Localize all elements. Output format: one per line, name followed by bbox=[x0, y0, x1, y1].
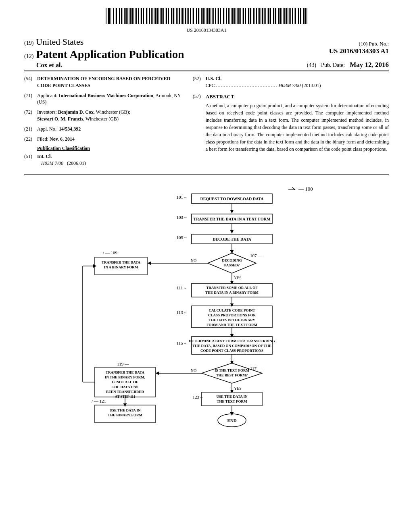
svg-rect-110 bbox=[277, 8, 277, 24]
svg-rect-111 bbox=[278, 8, 279, 24]
s119-num-label: 119 — bbox=[117, 362, 129, 366]
uscl-field: (52) U.S. Cl. CPC ......................… bbox=[193, 75, 389, 89]
country-number: (19) bbox=[24, 40, 33, 46]
svg-rect-79 bbox=[228, 8, 229, 24]
pub-class-label: Publication Classification bbox=[37, 145, 185, 152]
inventors-content: Inventors: Benjamin D. Cox, Winchester (… bbox=[37, 109, 185, 123]
svg-rect-112 bbox=[280, 8, 281, 24]
s111-num-label: 111 ~ bbox=[177, 285, 186, 290]
filed-field: (22) Filed: Nov. 6, 2014 bbox=[24, 136, 185, 143]
appl-label: Appl. No.: bbox=[37, 126, 58, 132]
svg-rect-12 bbox=[123, 8, 123, 24]
svg-rect-95 bbox=[253, 8, 254, 24]
filed-num: (22) bbox=[24, 136, 37, 143]
country-label: United States bbox=[36, 37, 83, 47]
s107-no: NO bbox=[191, 258, 196, 263]
applicant-field: (71) Applicant: International Business M… bbox=[24, 92, 185, 106]
svg-rect-74 bbox=[220, 8, 221, 24]
svg-rect-58 bbox=[195, 8, 195, 24]
svg-rect-121 bbox=[294, 8, 294, 24]
svg-rect-37 bbox=[161, 8, 163, 24]
svg-rect-15 bbox=[127, 8, 128, 24]
svg-rect-11 bbox=[121, 8, 122, 24]
svg-rect-122 bbox=[295, 8, 296, 24]
appl-content: Appl. No.: 14/534,392 bbox=[37, 126, 185, 133]
svg-rect-33 bbox=[155, 8, 156, 24]
svg-rect-22 bbox=[138, 8, 139, 24]
svg-rect-14 bbox=[125, 8, 127, 24]
inventor2-loc: , Winchester (GB) bbox=[83, 116, 119, 122]
s117-text2: THE BEST FORM? bbox=[216, 373, 248, 377]
svg-rect-39 bbox=[165, 8, 165, 24]
pub-date-row: (43) Pub. Date: May 12, 2016 bbox=[307, 61, 389, 69]
cpc-value: H03M 7/00 bbox=[278, 83, 300, 88]
svg-rect-2 bbox=[108, 8, 109, 24]
s113-text1: CALCULATE CODE POINT bbox=[209, 308, 255, 312]
abstract-num: (57) bbox=[193, 93, 206, 153]
svg-rect-24 bbox=[141, 8, 142, 24]
svg-rect-101 bbox=[262, 8, 263, 24]
svg-rect-63 bbox=[202, 8, 204, 24]
title-field: (54) DETERMINATION OF ENCODING BASED ON … bbox=[24, 75, 185, 89]
svg-rect-16 bbox=[129, 8, 129, 24]
right-column: (52) U.S. Cl. CPC ......................… bbox=[193, 75, 389, 170]
uscl-num: (52) bbox=[193, 75, 206, 89]
svg-rect-0 bbox=[106, 8, 106, 24]
title-content: DETERMINATION OF ENCODING BASED ON PERCE… bbox=[37, 75, 185, 89]
svg-rect-51 bbox=[184, 8, 184, 24]
s107-text2: PASSED? bbox=[224, 263, 240, 267]
s113-text2: CLASS PROPORTIONS FOR bbox=[208, 313, 256, 317]
intcl-label: Int. Cl. bbox=[37, 154, 52, 159]
svg-rect-104 bbox=[267, 8, 267, 24]
svg-rect-125 bbox=[300, 8, 301, 24]
filed-label: Filed: bbox=[37, 136, 48, 142]
inventor1: Benjamin D. Cox bbox=[58, 109, 94, 115]
svg-rect-46 bbox=[176, 8, 177, 24]
appl-num: (21) bbox=[24, 126, 37, 133]
svg-rect-102 bbox=[264, 8, 265, 24]
s121-text2: THE BINARY FORM bbox=[108, 413, 142, 417]
svg-rect-10 bbox=[119, 8, 120, 24]
abstract-title: ABSTRACT bbox=[206, 93, 389, 100]
svg-rect-7 bbox=[115, 8, 115, 24]
s113-text3: THE DATA IN THE BINARY bbox=[209, 318, 255, 322]
svg-rect-55 bbox=[190, 8, 191, 24]
svg-rect-99 bbox=[259, 8, 260, 24]
svg-rect-53 bbox=[187, 8, 188, 24]
s115-num-label: 115 ~ bbox=[177, 341, 187, 345]
s115-text1: DETERMINE A BEST FORM FOR TRANSFERRING bbox=[189, 339, 275, 343]
svg-rect-48 bbox=[179, 8, 180, 24]
svg-rect-61 bbox=[200, 8, 200, 24]
svg-rect-92 bbox=[248, 8, 249, 24]
svg-rect-87 bbox=[240, 8, 241, 24]
svg-rect-81 bbox=[231, 8, 232, 24]
svg-rect-94 bbox=[252, 8, 252, 24]
svg-rect-29 bbox=[149, 8, 150, 24]
svg-rect-118 bbox=[289, 8, 290, 24]
svg-rect-26 bbox=[145, 8, 145, 24]
s113-text4: FORM AND THE TEXT FORM bbox=[206, 323, 258, 327]
svg-rect-34 bbox=[157, 8, 158, 24]
svg-rect-40 bbox=[166, 8, 167, 24]
inventors-field: (72) Inventors: Benjamin D. Cox, Winches… bbox=[24, 109, 185, 123]
inventors-num: (72) bbox=[24, 109, 37, 123]
svg-rect-9 bbox=[118, 8, 118, 24]
svg-rect-98 bbox=[258, 8, 259, 24]
svg-rect-90 bbox=[245, 8, 246, 24]
svg-rect-50 bbox=[182, 8, 183, 24]
svg-rect-65 bbox=[206, 8, 206, 24]
svg-rect-103 bbox=[265, 8, 266, 24]
s103-num-label: 103 ~ bbox=[176, 215, 186, 220]
uscl-label: U.S. Cl. bbox=[206, 76, 221, 81]
svg-rect-66 bbox=[207, 8, 208, 24]
s117-no: NO bbox=[191, 368, 196, 373]
diagram-num: — 100 bbox=[298, 186, 313, 192]
svg-rect-32 bbox=[154, 8, 154, 24]
svg-rect-43 bbox=[171, 8, 172, 24]
svg-rect-84 bbox=[236, 8, 236, 24]
country-section: (19) United States (12) Patent Applicati… bbox=[24, 37, 184, 61]
applicant-label: Applicant: bbox=[37, 93, 58, 98]
svg-rect-52 bbox=[185, 8, 186, 24]
svg-rect-93 bbox=[250, 8, 251, 24]
svg-rect-35 bbox=[159, 8, 159, 24]
